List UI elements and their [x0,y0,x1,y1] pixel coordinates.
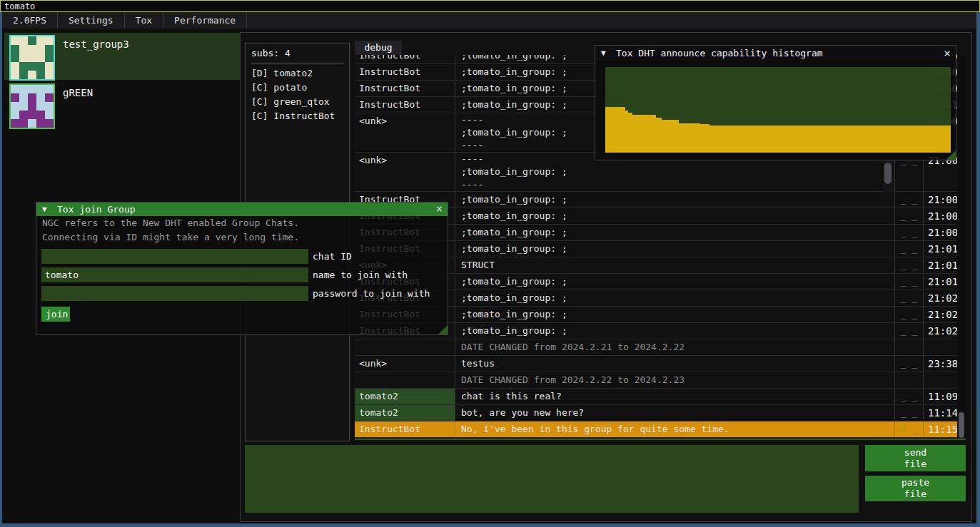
join-window-title: Tox join Group [57,203,136,216]
menu-item-settings[interactable]: Settings [58,12,125,29]
avatar-pixel [11,45,19,53]
avatar-pixel [19,111,28,119]
menu-bar: 2.0FPSSettingsToxPerformance [2,12,976,29]
close-icon[interactable]: × [944,46,951,61]
message-time: 21:01 [924,257,957,273]
group-name: test_group3 [63,39,129,50]
avatar-pixel [19,85,28,93]
join-field-input-1[interactable] [41,267,308,282]
cell-scrollbar-thumb[interactable] [884,163,891,184]
message-row[interactable]: InstructBotNo, I've been in this group f… [355,421,957,438]
message-row[interactable]: DATE CHANGED from 2024.2.21 to 2024.2.22 [355,339,957,356]
send-file-button[interactable]: send file [865,445,966,471]
join-field-input-2[interactable] [41,286,308,301]
message-text: ;tomato_in_group: ; [455,274,895,290]
join-window-titlebar[interactable]: ▼ Tox join Group × [36,203,448,216]
avatar-pixel [19,62,28,71]
close-icon[interactable]: × [436,203,443,216]
join-field-input-0[interactable] [41,249,308,264]
histogram-plot [605,67,951,153]
message-input[interactable] [245,445,859,513]
avatar-pixel [28,45,36,53]
table-bottom-border [355,439,966,440]
message-sender: InstructBot [355,421,455,437]
message-row[interactable]: DATE CHANGED from 2024.2.22 to 2024.2.23 [355,372,957,389]
histogram-window-titlebar[interactable]: ▼ Tox DHT announce capability histogram … [595,46,956,61]
avatar-pixel [11,93,19,102]
tab-debug[interactable]: debug [355,41,402,55]
message-text: No, I've been in this group for quite so… [455,421,895,437]
subs-member[interactable]: [D] tomato2 [246,66,349,81]
message-sender: <unk> [355,356,455,372]
menu-item-tox[interactable]: Tox [125,12,163,29]
message-sender: tomato2 [355,389,455,404]
message-row[interactable]: tomato2bot, are you new here?_ _11:14 [355,405,957,421]
message-time: 11:15 [924,421,957,437]
join-field-label: name to join with [313,267,408,282]
paste-file-button[interactable]: paste file [865,476,966,501]
message-text: DATE CHANGED from 2024.2.21 to 2024.2.22 [455,339,895,355]
message-time: 21:00 [924,208,957,224]
avatar-pixel [36,102,45,111]
subs-member[interactable]: [C] potato [246,81,349,95]
group-avatar [9,83,55,129]
avatar-pixel [11,85,19,93]
subs-member[interactable]: [C] green_qtox [246,95,349,109]
message-sender: tomato2 [355,405,455,421]
message-flags: _ _ [895,389,924,404]
join-info-line: Connecting via ID might take a very long… [36,230,448,245]
avatar-pixel [28,93,36,102]
join-button[interactable]: join [41,307,70,322]
message-time: 11:14 [924,405,957,421]
avatar-pixel [36,62,45,71]
histogram-bar [709,126,951,153]
avatar-pixel [11,71,19,79]
avatar-pixel [11,36,19,45]
join-fields: chat IDname to join withpassword to join… [36,245,448,301]
collapse-icon[interactable]: ▼ [601,46,606,61]
message-row[interactable]: <unk>testus_ _23:38 [355,356,957,372]
chat-scrollbar-thumb[interactable] [959,412,964,438]
menu-item-performance[interactable]: Performance [163,12,247,29]
message-time [924,372,957,388]
message-text: DATE CHANGED from 2024.2.22 to 2024.2.23 [455,372,895,388]
window-titlebar[interactable]: tomato [0,0,980,12]
avatar-pixel [45,36,54,45]
chat-scrollbar[interactable] [957,55,966,438]
avatar-pixel [11,62,19,71]
subs-member[interactable]: [C] InstructBot [246,109,349,123]
avatar-pixel [45,62,54,71]
message-text: ;tomato_in_group: ; [455,307,895,322]
message-time: 21:00 [924,192,957,208]
avatar-pixel [11,111,19,119]
message-flags: _ _ [895,323,924,339]
avatar-pixel [28,53,36,62]
join-field-row: chat ID [41,249,448,264]
message-flags: _ _ [895,307,924,322]
avatar-pixel [19,53,28,62]
resize-grip[interactable] [946,150,956,160]
message-flags: _ _ [895,356,924,372]
message-text: ;tomato_in_group: ; [455,290,895,306]
message-time [924,339,957,355]
message-sender: InstructBot [355,64,455,80]
message-time: 23:38 [924,356,957,372]
avatar-pixel [45,111,54,119]
group-item-test_group3[interactable]: test_group3 [4,33,240,80]
message-time: 11:09 [924,389,957,404]
avatar-pixel [36,111,45,119]
message-text: ;tomato_in_group: ; [455,225,895,240]
avatar-pixel [28,71,36,79]
message-flags: d _ [895,421,924,437]
group-item-gREEN[interactable]: gREEN [4,81,240,128]
avatar-pixel [45,71,54,79]
resize-grip[interactable] [438,325,448,334]
collapse-icon[interactable]: ▼ [42,203,47,216]
message-flags: _ _ [895,257,924,273]
avatar-pixel [19,71,28,79]
message-row[interactable]: tomato2chat is this real?_ _11:09 [355,389,957,405]
message-sender: InstructBot [355,55,455,63]
message-sender: <unk> [355,113,455,152]
message-flags [895,339,924,355]
separator [251,63,343,63]
